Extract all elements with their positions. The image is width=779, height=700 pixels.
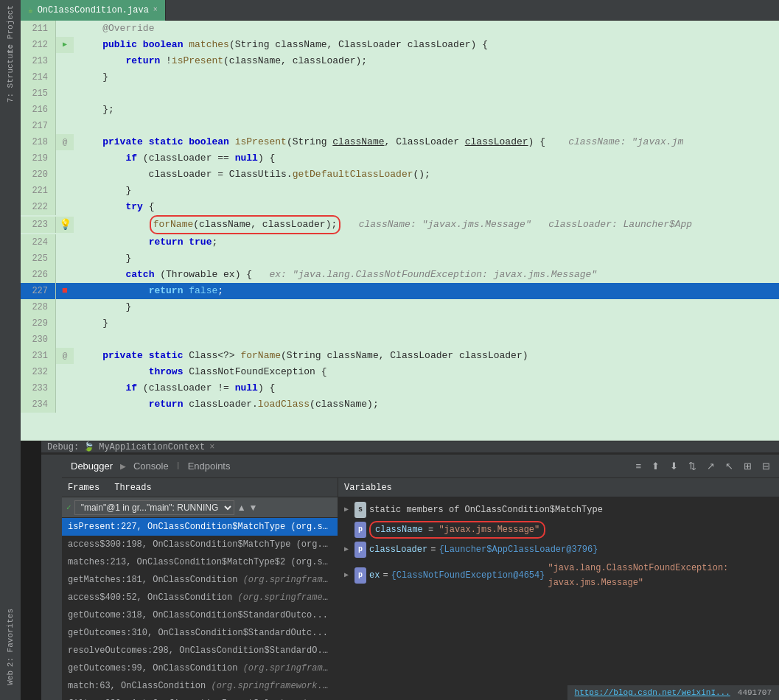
sidebar-item-web[interactable]: Web: [0, 663, 21, 693]
frame-item-3[interactable]: getMatches:181, OnClassCondition (org.sp…: [62, 571, 338, 589]
frame-item-8[interactable]: getOutcomes:99, OnClassCondition (org.sp…: [62, 659, 338, 677]
thread-down-btn[interactable]: ▼: [249, 503, 258, 513]
sidebar-favorites-label: 2: Favorites: [6, 609, 15, 667]
annotation-override: @Override: [102, 23, 154, 34]
var-item-ex[interactable]: ▶ p ex = {ClassNotFoundException@4654} "…: [338, 559, 779, 592]
var-value-classloader: {Launcher$AppClassLoader@3796}: [439, 542, 598, 557]
line-number-216: 216: [21, 102, 56, 118]
code-line-221: 221 }: [21, 183, 779, 199]
frame-item-5[interactable]: getOutcome:318, OnClassCondition$Standar…: [62, 606, 338, 624]
code-editor: 211 @Override 212 ▶ public boolean match…: [21, 21, 779, 441]
code-line-234: 234 return classLoader.loadClass(classNa…: [21, 396, 779, 413]
frame-item-6[interactable]: getOutcomes:310, OnClassCondition$Standa…: [62, 624, 338, 642]
debug-close[interactable]: ×: [209, 442, 214, 452]
debug-app-icon: 🍃: [83, 441, 94, 452]
toolbar-btn-step[interactable]: ↗: [702, 459, 719, 473]
editor-tab[interactable]: ☕ OnClassCondition.java ×: [21, 0, 166, 21]
line-content-220: classLoader = ClassUtils.getDefaultClass…: [74, 167, 772, 183]
line-content-214: }: [74, 69, 772, 85]
status-code: 4491707: [738, 688, 772, 697]
var-badge-classname: p: [354, 522, 366, 538]
line-content-223: forName(className, classLoader); classNa…: [74, 215, 772, 234]
toolbar-btn-down[interactable]: ⬇: [666, 459, 682, 473]
toolbar-btn-up[interactable]: ⬆: [647, 459, 664, 473]
sidebar-item-favorites[interactable]: 2: Favorites: [0, 616, 21, 660]
thread-up-btn[interactable]: ▲: [237, 503, 246, 513]
status-url[interactable]: https://blog.csdn.net/weixinI...: [575, 688, 730, 697]
thread-dropdown[interactable]: "main"@1 in gr..."main": RUNNING: [74, 500, 234, 515]
line-content-218: private static boolean isPresent(String …: [74, 134, 772, 150]
code-line-233: 233 if (classLoader != null) {: [21, 380, 779, 396]
toolbar-btn-lines[interactable]: ≡: [631, 459, 646, 473]
var-badge-static: s: [354, 502, 366, 518]
toolbar-btn-list[interactable]: ⊟: [758, 459, 775, 473]
sidebar-item-structure[interactable]: 7: Structure: [0, 52, 21, 96]
toolbar-divider1: ▶: [120, 461, 126, 472]
frame-item-10[interactable]: filter:239, AutoConfigurationImportSelec…: [62, 695, 338, 700]
variables-header: Variables: [338, 478, 779, 497]
side-panel: 1: Project 7: Structure 2: Favorites Web: [0, 0, 21, 700]
line-number-225: 225: [21, 251, 56, 267]
line-content-221: }: [74, 183, 772, 199]
code-line-219: 219 if (classLoader == null) {: [21, 150, 779, 167]
frame-item-1[interactable]: access$300:198, OnClassCondition$MatchTy…: [62, 536, 338, 553]
debug-panel: ▶ ⏸ ■ ↺ 📷 ⚙ 📌 Debugger ▶ Console | Endpo…: [41, 453, 779, 700]
frame-item-4[interactable]: access$400:52, OnClassCondition (org.spr…: [62, 589, 338, 606]
line-content-230: [74, 332, 772, 348]
line-number-231: 231: [21, 348, 56, 364]
code-line-223: 223 💡 forName(className, classLoader); c…: [21, 215, 779, 234]
line-number-232: 232: [21, 364, 56, 380]
line-number-229: 229: [21, 315, 56, 332]
line-content-226: catch (Throwable ex) { ex: "java.lang.Cl…: [74, 267, 772, 283]
code-lines: 211 @Override 212 ▶ public boolean match…: [21, 21, 779, 441]
line-number-227: 227: [21, 283, 56, 299]
sidebar-web-label: Web: [6, 671, 15, 685]
line-number-226: 226: [21, 267, 56, 283]
code-line-212: 212 ▶ public boolean matches(String clas…: [21, 37, 779, 53]
frame-item-9[interactable]: match:63, OnClassCondition (org.springfr…: [62, 677, 338, 695]
frame-item-7[interactable]: resolveOutcomes:298, OnClassCondition$St…: [62, 642, 338, 659]
line-number-211: 211: [21, 21, 56, 37]
debug-label: Debug:: [47, 442, 79, 452]
frame-item-0[interactable]: isPresent:227, OnClassCondition$MatchTyp…: [62, 518, 338, 536]
line-content-224: return true;: [74, 234, 772, 251]
code-line-217: 217: [21, 118, 779, 134]
code-line-226: 226 catch (Throwable ex) { ex: "java.lan…: [21, 267, 779, 283]
var-value-ex: {ClassNotFoundException@4654}: [391, 568, 545, 583]
var-item-classloader[interactable]: ▶ p classLoader = {Launcher$AppClassLoad…: [338, 540, 779, 559]
line-content-231: private static Class<?> forName(String c…: [74, 348, 772, 364]
line-content-211: @Override: [74, 21, 772, 37]
frames-panel: Frames Threads ✓ "main"@1 in gr..."main"…: [62, 478, 338, 700]
line-number-215: 215: [21, 85, 56, 102]
var-item-classname[interactable]: p className = "javax.jms.Message": [338, 519, 779, 540]
variables-list: ▶ s static members of OnClassCondition$M…: [338, 497, 779, 700]
line-content-219: if (classLoader == null) {: [74, 150, 772, 167]
line-number-212: 212: [21, 37, 56, 53]
line-content-233: if (classLoader != null) {: [74, 380, 772, 396]
var-item-static[interactable]: ▶ s static members of OnClassCondition$M…: [338, 500, 779, 519]
endpoints-tab-button[interactable]: Endpoints: [184, 459, 235, 473]
frame-item-2[interactable]: matches:213, OnClassCondition$MatchType$…: [62, 553, 338, 571]
status-bar: https://blog.csdn.net/weixinI... 4491707: [567, 685, 779, 700]
line-content-229: }: [74, 315, 772, 332]
var-value-ex-str: "java.lang.ClassNotFoundException: javax…: [548, 561, 773, 590]
code-line-230: 230: [21, 332, 779, 348]
line-content-228: }: [74, 299, 772, 315]
code-line-231: 231 @ private static Class<?> forName(St…: [21, 348, 779, 364]
line-content-217: [74, 118, 772, 134]
line-number-214: 214: [21, 69, 56, 85]
line-content-212: public boolean matches(String className,…: [74, 37, 772, 53]
debugger-tab-button[interactable]: Debugger: [66, 459, 117, 473]
var-name-classloader: classLoader: [369, 542, 427, 557]
tab-close-button[interactable]: ×: [153, 6, 158, 14]
toolbar-btn-stepback[interactable]: ↖: [721, 459, 738, 473]
toolbar-btn-grid[interactable]: ⊞: [739, 459, 756, 473]
line-content-234: return classLoader.loadClass(className);: [74, 396, 772, 413]
line-number-222: 222: [21, 199, 56, 215]
console-tab-button[interactable]: Console: [129, 459, 173, 473]
code-line-216: 216 };: [21, 102, 779, 118]
toolbar-btn-updown[interactable]: ⇅: [684, 459, 701, 473]
expand-arrow-classloader: ▶: [344, 542, 352, 557]
tab-label: OnClassCondition.java: [38, 5, 149, 15]
thread-running-badge: ✓: [66, 503, 71, 512]
